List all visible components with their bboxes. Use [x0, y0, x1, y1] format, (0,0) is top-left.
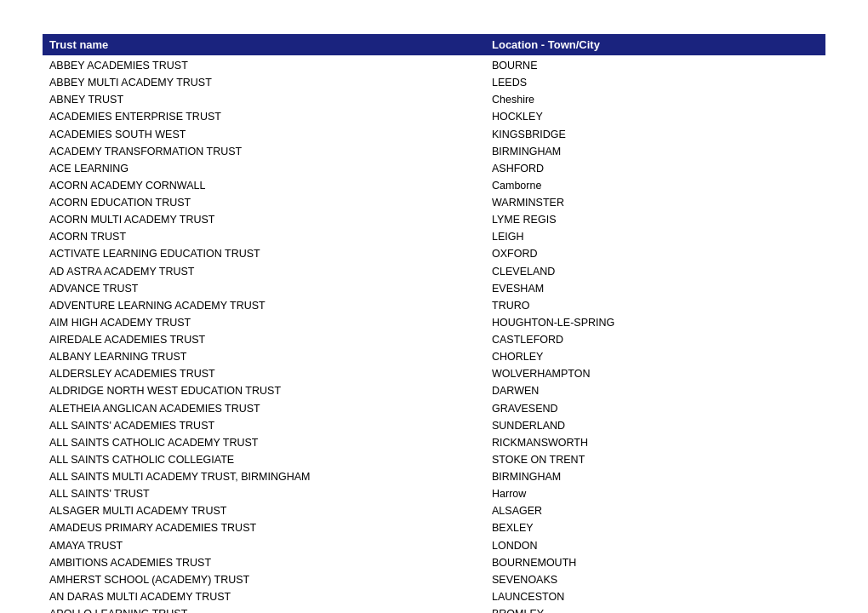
cell-trust-name: AMADEUS PRIMARY ACADEMIES TRUST [49, 520, 492, 536]
cell-location: EVESHAM [492, 281, 819, 296]
table-row: ACTIVATE LEARNING EDUCATION TRUSTOXFORD [43, 245, 825, 262]
cell-trust-name: ABNEY TRUST [49, 92, 492, 107]
cell-trust-name: ALDERSLEY ACADEMIES TRUST [49, 366, 492, 381]
cell-location: BROMLEY [492, 606, 819, 613]
cell-trust-name: AN DARAS MULTI ACADEMY TRUST [49, 589, 492, 604]
table-row: AD ASTRA ACADEMY TRUSTCLEVELAND [43, 263, 825, 280]
cell-location: BOURNEMOUTH [492, 555, 819, 570]
cell-trust-name: AMHERST SCHOOL (ACADEMY) TRUST [49, 572, 492, 587]
cell-trust-name: AD ASTRA ACADEMY TRUST [49, 264, 492, 279]
cell-trust-name: AIM HIGH ACADEMY TRUST [49, 315, 492, 330]
cell-location: DARWEN [492, 383, 819, 398]
cell-trust-name: ABBEY ACADEMIES TRUST [49, 58, 492, 73]
table-row: ALSAGER MULTI ACADEMY TRUSTALSAGER [43, 502, 825, 519]
table-row: AMAYA TRUSTLONDON [43, 537, 825, 554]
cell-location: TRURO [492, 298, 819, 313]
table-body: ABBEY ACADEMIES TRUSTBOURNEABBEY MULTI A… [43, 57, 825, 613]
cell-trust-name: ALETHEIA ANGLICAN ACADEMIES TRUST [49, 401, 492, 416]
table-row: ALL SAINTS CATHOLIC COLLEGIATESTOKE ON T… [43, 451, 825, 468]
cell-trust-name: ALBANY LEARNING TRUST [49, 349, 492, 364]
cell-location: STOKE ON TRENT [492, 452, 819, 467]
table-row: ALL SAINTS MULTI ACADEMY TRUST, BIRMINGH… [43, 468, 825, 485]
cell-location: KINGSBRIDGE [492, 127, 819, 142]
cell-location: WOLVERHAMPTON [492, 366, 819, 381]
cell-trust-name: ACE LEARNING [49, 161, 492, 176]
cell-location: SUNDERLAND [492, 418, 819, 433]
cell-location: RICKMANSWORTH [492, 435, 819, 450]
cell-location: WARMINSTER [492, 195, 819, 210]
cell-trust-name: ALL SAINTS' ACADEMIES TRUST [49, 418, 492, 433]
cell-location: LAUNCESTON [492, 589, 819, 604]
cell-trust-name: ACADEMIES ENTERPRISE TRUST [49, 109, 492, 124]
cell-location: LEIGH [492, 229, 819, 244]
cell-trust-name: AMAYA TRUST [49, 538, 492, 553]
cell-trust-name: APOLLO LEARNING TRUST [49, 606, 492, 613]
table-row: ACORN TRUSTLEIGH [43, 228, 825, 245]
cell-location: CHORLEY [492, 349, 819, 364]
table-header: Trust name Location - Town/City [43, 34, 825, 55]
table-row: ADVANCE TRUSTEVESHAM [43, 280, 825, 297]
table-row: ACORN MULTI ACADEMY TRUSTLYME REGIS [43, 211, 825, 228]
cell-trust-name: ALL SAINTS CATHOLIC COLLEGIATE [49, 452, 492, 467]
table-row: ABBEY ACADEMIES TRUSTBOURNE [43, 57, 825, 74]
cell-location: CASTLEFORD [492, 332, 819, 347]
cell-trust-name: ACORN MULTI ACADEMY TRUST [49, 212, 492, 227]
cell-location: Harrow [492, 486, 819, 501]
cell-location: SEVENOAKS [492, 572, 819, 587]
cell-location: Cheshire [492, 92, 819, 107]
cell-location: Camborne [492, 178, 819, 193]
cell-trust-name: ADVANCE TRUST [49, 281, 492, 296]
cell-trust-name: ALL SAINTS CATHOLIC ACADEMY TRUST [49, 435, 492, 450]
cell-trust-name: ACADEMIES SOUTH WEST [49, 127, 492, 142]
header-location: Location - Town/City [492, 38, 819, 51]
table-row: ALDERSLEY ACADEMIES TRUSTWOLVERHAMPTON [43, 365, 825, 382]
cell-location: LEEDS [492, 75, 819, 90]
cell-location: LONDON [492, 538, 819, 553]
cell-trust-name: AMBITIONS ACADEMIES TRUST [49, 555, 492, 570]
cell-trust-name: ALL SAINTS' TRUST [49, 486, 492, 501]
table-row: ACADEMIES SOUTH WESTKINGSBRIDGE [43, 126, 825, 143]
table-row: AMBITIONS ACADEMIES TRUSTBOURNEMOUTH [43, 554, 825, 571]
table-row: ALBANY LEARNING TRUSTCHORLEY [43, 348, 825, 365]
table-row: ACADEMY TRANSFORMATION TRUSTBIRMINGHAM [43, 143, 825, 160]
table-row: ALL SAINTS' ACADEMIES TRUSTSUNDERLAND [43, 417, 825, 434]
table-row: AMHERST SCHOOL (ACADEMY) TRUSTSEVENOAKS [43, 571, 825, 588]
trust-table: Trust name Location - Town/City ABBEY AC… [43, 34, 825, 613]
cell-trust-name: ACORN ACADEMY CORNWALL [49, 178, 492, 193]
cell-location: HOUGHTON-LE-SPRING [492, 315, 819, 330]
cell-location: GRAVESEND [492, 401, 819, 416]
cell-trust-name: ALDRIDGE NORTH WEST EDUCATION TRUST [49, 383, 492, 398]
cell-location: BIRMINGHAM [492, 469, 819, 484]
cell-trust-name: AIREDALE ACADEMIES TRUST [49, 332, 492, 347]
table-row: AIREDALE ACADEMIES TRUSTCASTLEFORD [43, 331, 825, 348]
table-row: AN DARAS MULTI ACADEMY TRUSTLAUNCESTON [43, 588, 825, 605]
table-row: AIM HIGH ACADEMY TRUSTHOUGHTON-LE-SPRING [43, 314, 825, 331]
table-row: APOLLO LEARNING TRUSTBROMLEY [43, 605, 825, 613]
cell-trust-name: ACORN EDUCATION TRUST [49, 195, 492, 210]
cell-trust-name: ACORN TRUST [49, 229, 492, 244]
cell-trust-name: ALSAGER MULTI ACADEMY TRUST [49, 503, 492, 518]
table-row: ABNEY TRUSTCheshire [43, 91, 825, 108]
table-row: AMADEUS PRIMARY ACADEMIES TRUSTBEXLEY [43, 519, 825, 536]
header-trust-name: Trust name [49, 38, 492, 51]
table-row: ACORN ACADEMY CORNWALLCamborne [43, 177, 825, 194]
table-row: ABBEY MULTI ACADEMY TRUSTLEEDS [43, 74, 825, 91]
cell-location: BEXLEY [492, 520, 819, 536]
cell-location: ALSAGER [492, 503, 819, 518]
table-row: ALETHEIA ANGLICAN ACADEMIES TRUSTGRAVESE… [43, 400, 825, 417]
table-row: ALDRIDGE NORTH WEST EDUCATION TRUSTDARWE… [43, 382, 825, 399]
cell-location: CLEVELAND [492, 264, 819, 279]
table-row: ADVENTURE LEARNING ACADEMY TRUSTTRURO [43, 297, 825, 314]
table-row: ACADEMIES ENTERPRISE TRUSTHOCKLEY [43, 108, 825, 125]
cell-trust-name: ALL SAINTS MULTI ACADEMY TRUST, BIRMINGH… [49, 469, 492, 484]
cell-location: ASHFORD [492, 161, 819, 176]
cell-location: LYME REGIS [492, 212, 819, 227]
cell-trust-name: ACTIVATE LEARNING EDUCATION TRUST [49, 246, 492, 261]
table-row: ALL SAINTS CATHOLIC ACADEMY TRUSTRICKMAN… [43, 434, 825, 451]
cell-trust-name: ADVENTURE LEARNING ACADEMY TRUST [49, 298, 492, 313]
table-row: ACE LEARNINGASHFORD [43, 160, 825, 177]
cell-trust-name: ACADEMY TRANSFORMATION TRUST [49, 144, 492, 159]
cell-location: BOURNE [492, 58, 819, 73]
cell-location: HOCKLEY [492, 109, 819, 124]
table-row: ACORN EDUCATION TRUSTWARMINSTER [43, 194, 825, 211]
